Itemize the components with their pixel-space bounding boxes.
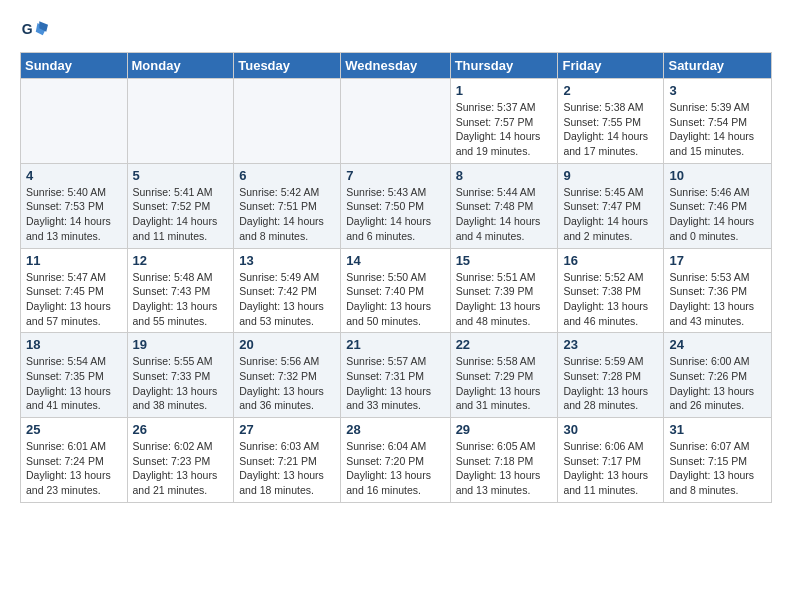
day-info: Sunrise: 6:07 AMSunset: 7:15 PMDaylight:… <box>669 439 766 498</box>
day-number: 15 <box>456 253 553 268</box>
day-number: 10 <box>669 168 766 183</box>
day-info: Sunrise: 6:05 AMSunset: 7:18 PMDaylight:… <box>456 439 553 498</box>
day-info: Sunrise: 5:42 AMSunset: 7:51 PMDaylight:… <box>239 185 335 244</box>
calendar-week-row: 4Sunrise: 5:40 AMSunset: 7:53 PMDaylight… <box>21 163 772 248</box>
weekday-header: Saturday <box>664 53 772 79</box>
calendar-week-row: 25Sunrise: 6:01 AMSunset: 7:24 PMDayligh… <box>21 418 772 503</box>
day-info: Sunrise: 5:37 AMSunset: 7:57 PMDaylight:… <box>456 100 553 159</box>
calendar-cell <box>341 79 450 164</box>
calendar-cell: 31Sunrise: 6:07 AMSunset: 7:15 PMDayligh… <box>664 418 772 503</box>
calendar-cell: 3Sunrise: 5:39 AMSunset: 7:54 PMDaylight… <box>664 79 772 164</box>
calendar-cell: 20Sunrise: 5:56 AMSunset: 7:32 PMDayligh… <box>234 333 341 418</box>
day-number: 19 <box>133 337 229 352</box>
logo-icon: G <box>20 16 48 44</box>
day-number: 20 <box>239 337 335 352</box>
day-number: 30 <box>563 422 658 437</box>
weekday-header: Thursday <box>450 53 558 79</box>
day-number: 12 <box>133 253 229 268</box>
day-info: Sunrise: 5:38 AMSunset: 7:55 PMDaylight:… <box>563 100 658 159</box>
day-number: 17 <box>669 253 766 268</box>
calendar-cell: 11Sunrise: 5:47 AMSunset: 7:45 PMDayligh… <box>21 248 128 333</box>
day-number: 9 <box>563 168 658 183</box>
calendar-cell: 8Sunrise: 5:44 AMSunset: 7:48 PMDaylight… <box>450 163 558 248</box>
day-info: Sunrise: 6:03 AMSunset: 7:21 PMDaylight:… <box>239 439 335 498</box>
day-info: Sunrise: 5:45 AMSunset: 7:47 PMDaylight:… <box>563 185 658 244</box>
day-info: Sunrise: 5:41 AMSunset: 7:52 PMDaylight:… <box>133 185 229 244</box>
calendar-cell: 9Sunrise: 5:45 AMSunset: 7:47 PMDaylight… <box>558 163 664 248</box>
calendar-cell <box>234 79 341 164</box>
day-number: 2 <box>563 83 658 98</box>
day-info: Sunrise: 5:47 AMSunset: 7:45 PMDaylight:… <box>26 270 122 329</box>
day-number: 8 <box>456 168 553 183</box>
day-number: 23 <box>563 337 658 352</box>
svg-text:G: G <box>22 21 33 37</box>
weekday-header: Sunday <box>21 53 128 79</box>
day-number: 26 <box>133 422 229 437</box>
calendar-cell: 21Sunrise: 5:57 AMSunset: 7:31 PMDayligh… <box>341 333 450 418</box>
calendar-week-row: 18Sunrise: 5:54 AMSunset: 7:35 PMDayligh… <box>21 333 772 418</box>
day-number: 27 <box>239 422 335 437</box>
day-number: 7 <box>346 168 444 183</box>
calendar-cell: 15Sunrise: 5:51 AMSunset: 7:39 PMDayligh… <box>450 248 558 333</box>
calendar-cell: 12Sunrise: 5:48 AMSunset: 7:43 PMDayligh… <box>127 248 234 333</box>
day-number: 25 <box>26 422 122 437</box>
day-number: 3 <box>669 83 766 98</box>
calendar-cell: 2Sunrise: 5:38 AMSunset: 7:55 PMDaylight… <box>558 79 664 164</box>
weekday-header: Tuesday <box>234 53 341 79</box>
day-info: Sunrise: 6:01 AMSunset: 7:24 PMDaylight:… <box>26 439 122 498</box>
calendar-cell: 7Sunrise: 5:43 AMSunset: 7:50 PMDaylight… <box>341 163 450 248</box>
day-info: Sunrise: 5:50 AMSunset: 7:40 PMDaylight:… <box>346 270 444 329</box>
calendar-cell: 5Sunrise: 5:41 AMSunset: 7:52 PMDaylight… <box>127 163 234 248</box>
calendar-week-row: 1Sunrise: 5:37 AMSunset: 7:57 PMDaylight… <box>21 79 772 164</box>
day-info: Sunrise: 5:55 AMSunset: 7:33 PMDaylight:… <box>133 354 229 413</box>
day-info: Sunrise: 5:48 AMSunset: 7:43 PMDaylight:… <box>133 270 229 329</box>
day-number: 22 <box>456 337 553 352</box>
day-number: 18 <box>26 337 122 352</box>
weekday-header: Monday <box>127 53 234 79</box>
calendar-cell: 18Sunrise: 5:54 AMSunset: 7:35 PMDayligh… <box>21 333 128 418</box>
day-info: Sunrise: 5:51 AMSunset: 7:39 PMDaylight:… <box>456 270 553 329</box>
day-number: 6 <box>239 168 335 183</box>
calendar-cell <box>21 79 128 164</box>
day-number: 24 <box>669 337 766 352</box>
day-info: Sunrise: 5:53 AMSunset: 7:36 PMDaylight:… <box>669 270 766 329</box>
calendar-cell: 22Sunrise: 5:58 AMSunset: 7:29 PMDayligh… <box>450 333 558 418</box>
calendar-cell: 1Sunrise: 5:37 AMSunset: 7:57 PMDaylight… <box>450 79 558 164</box>
day-number: 5 <box>133 168 229 183</box>
day-number: 11 <box>26 253 122 268</box>
day-number: 14 <box>346 253 444 268</box>
calendar-cell: 13Sunrise: 5:49 AMSunset: 7:42 PMDayligh… <box>234 248 341 333</box>
calendar-header: SundayMondayTuesdayWednesdayThursdayFrid… <box>21 53 772 79</box>
day-info: Sunrise: 5:40 AMSunset: 7:53 PMDaylight:… <box>26 185 122 244</box>
day-info: Sunrise: 5:52 AMSunset: 7:38 PMDaylight:… <box>563 270 658 329</box>
day-number: 31 <box>669 422 766 437</box>
calendar-cell: 19Sunrise: 5:55 AMSunset: 7:33 PMDayligh… <box>127 333 234 418</box>
logo: G <box>20 16 52 44</box>
calendar-cell: 4Sunrise: 5:40 AMSunset: 7:53 PMDaylight… <box>21 163 128 248</box>
day-number: 28 <box>346 422 444 437</box>
day-info: Sunrise: 5:43 AMSunset: 7:50 PMDaylight:… <box>346 185 444 244</box>
day-number: 29 <box>456 422 553 437</box>
day-info: Sunrise: 6:02 AMSunset: 7:23 PMDaylight:… <box>133 439 229 498</box>
day-info: Sunrise: 5:59 AMSunset: 7:28 PMDaylight:… <box>563 354 658 413</box>
calendar-cell: 24Sunrise: 6:00 AMSunset: 7:26 PMDayligh… <box>664 333 772 418</box>
page-header: G <box>20 16 772 44</box>
calendar-cell: 27Sunrise: 6:03 AMSunset: 7:21 PMDayligh… <box>234 418 341 503</box>
day-info: Sunrise: 6:06 AMSunset: 7:17 PMDaylight:… <box>563 439 658 498</box>
day-info: Sunrise: 5:57 AMSunset: 7:31 PMDaylight:… <box>346 354 444 413</box>
weekday-header: Wednesday <box>341 53 450 79</box>
calendar-cell: 6Sunrise: 5:42 AMSunset: 7:51 PMDaylight… <box>234 163 341 248</box>
day-number: 1 <box>456 83 553 98</box>
day-info: Sunrise: 5:44 AMSunset: 7:48 PMDaylight:… <box>456 185 553 244</box>
calendar-cell: 10Sunrise: 5:46 AMSunset: 7:46 PMDayligh… <box>664 163 772 248</box>
calendar-cell: 30Sunrise: 6:06 AMSunset: 7:17 PMDayligh… <box>558 418 664 503</box>
calendar-cell <box>127 79 234 164</box>
calendar-cell: 25Sunrise: 6:01 AMSunset: 7:24 PMDayligh… <box>21 418 128 503</box>
day-number: 4 <box>26 168 122 183</box>
day-info: Sunrise: 5:58 AMSunset: 7:29 PMDaylight:… <box>456 354 553 413</box>
day-info: Sunrise: 5:39 AMSunset: 7:54 PMDaylight:… <box>669 100 766 159</box>
calendar-cell: 17Sunrise: 5:53 AMSunset: 7:36 PMDayligh… <box>664 248 772 333</box>
calendar-cell: 29Sunrise: 6:05 AMSunset: 7:18 PMDayligh… <box>450 418 558 503</box>
day-number: 13 <box>239 253 335 268</box>
calendar-cell: 14Sunrise: 5:50 AMSunset: 7:40 PMDayligh… <box>341 248 450 333</box>
